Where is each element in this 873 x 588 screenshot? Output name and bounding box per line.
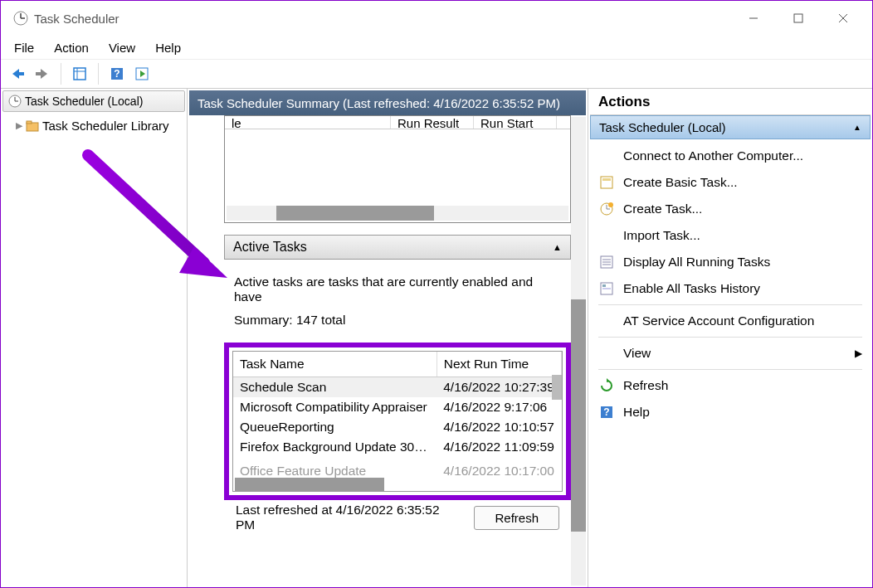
summary-footer: Last refreshed at 4/16/2022 6:35:52 PM R… xyxy=(224,500,571,535)
blank-icon xyxy=(598,313,615,329)
table-scrollbar-v[interactable] xyxy=(552,375,562,400)
action-display-running[interactable]: Display All Running Tasks xyxy=(590,249,871,275)
refresh-icon xyxy=(598,377,615,394)
cell-next: 4/16/2022 10:10:57 xyxy=(436,417,561,437)
wizard-icon xyxy=(598,174,615,191)
svg-text:?: ? xyxy=(603,406,609,418)
nav-back-button[interactable] xyxy=(6,62,29,85)
menubar: File Action View Help xyxy=(1,36,872,59)
hscroll-track[interactable] xyxy=(227,206,568,221)
active-tasks-header[interactable]: Active Tasks ▲ xyxy=(224,235,571,260)
table-row[interactable]: Microsoft Compatibility Appraiser4/16/20… xyxy=(233,397,562,417)
blank-icon xyxy=(598,345,615,362)
menu-help[interactable]: Help xyxy=(147,38,189,57)
chevron-right-icon: ▶ xyxy=(16,120,22,131)
refresh-button[interactable]: Refresh xyxy=(474,506,559,530)
properties-button[interactable] xyxy=(68,62,91,85)
separator xyxy=(598,337,862,338)
actions-list: Connect to Another Computer... Create Ba… xyxy=(590,139,871,429)
history-icon xyxy=(598,280,615,297)
action-refresh[interactable]: Refresh xyxy=(590,372,871,399)
tree-item-library[interactable]: ▶ Task Scheduler Library xyxy=(6,117,182,134)
minimize-button[interactable] xyxy=(731,1,776,36)
menu-view[interactable]: View xyxy=(100,38,144,57)
action-help[interactable]: ? Help xyxy=(590,399,871,425)
active-tasks-summary: Summary: 147 total xyxy=(224,313,571,343)
last-refreshed-label: Last refreshed at 4/16/2022 6:35:52 PM xyxy=(236,503,457,532)
svg-rect-11 xyxy=(74,68,85,80)
collapse-icon: ▲ xyxy=(853,123,861,132)
svg-rect-4 xyxy=(794,14,802,22)
separator xyxy=(598,369,862,370)
action-connect[interactable]: Connect to Another Computer... xyxy=(590,143,871,169)
table-scrollbar-h[interactable] xyxy=(235,478,384,491)
action-label: Create Basic Task... xyxy=(623,175,738,190)
tree-root[interactable]: Task Scheduler (Local) xyxy=(2,90,185,112)
titlebar: Task Scheduler xyxy=(1,1,872,36)
action-label: Display All Running Tasks xyxy=(623,255,770,270)
summary-scroll-thumb[interactable] xyxy=(571,299,586,532)
svg-rect-37 xyxy=(602,288,611,289)
col-run-result: Run Result xyxy=(391,116,474,129)
maximize-button[interactable] xyxy=(776,1,821,36)
action-create-task[interactable]: Create Task... xyxy=(590,196,871,222)
toolbar-separator xyxy=(98,63,99,85)
list-icon xyxy=(598,254,615,270)
toolbar: ? xyxy=(1,59,872,89)
tree-pane: Task Scheduler (Local) ▶ Task Scheduler … xyxy=(1,89,188,587)
tree-root-label: Task Scheduler (Local) xyxy=(25,95,143,108)
cell-next: 4/16/2022 11:09:59 xyxy=(436,437,561,457)
blank-icon xyxy=(598,227,615,244)
active-tasks-table[interactable]: Task Name Next Run Time Schedule Scan4/1… xyxy=(232,351,563,492)
task-status-table[interactable]: le Run Result Run Start xyxy=(224,115,571,223)
nav-forward-button[interactable] xyxy=(31,62,54,85)
summary-scrollbar-v[interactable] xyxy=(571,117,586,586)
table-row[interactable]: Firefox Background Update 308046...4/16/… xyxy=(233,437,562,457)
submenu-icon: ▶ xyxy=(855,347,862,359)
menu-action[interactable]: Action xyxy=(46,38,97,57)
col-run-start: Run Start xyxy=(474,116,557,129)
app-icon xyxy=(12,10,29,27)
col-next-run[interactable]: Next Run Time xyxy=(436,352,561,377)
task-scheduler-window: Task Scheduler File Action View Help ? T… xyxy=(0,0,873,588)
toolbar-separator xyxy=(61,63,61,85)
menu-file[interactable]: File xyxy=(6,38,42,57)
svg-rect-22 xyxy=(27,121,32,124)
window-title: Task Scheduler xyxy=(34,12,119,26)
active-tasks-table-highlight: Task Name Next Run Time Schedule Scan4/1… xyxy=(224,343,571,500)
svg-point-30 xyxy=(608,202,613,207)
cell-name: Firefox Background Update 308046... xyxy=(233,437,436,457)
svg-text:?: ? xyxy=(114,68,119,80)
action-view[interactable]: View ▶ xyxy=(590,340,871,367)
table-row[interactable]: Schedule Scan4/16/2022 10:27:39 xyxy=(233,377,562,398)
collapse-icon: ▲ xyxy=(553,242,562,252)
run-button[interactable] xyxy=(130,62,154,85)
close-button[interactable] xyxy=(821,1,866,36)
summary-header: Task Scheduler Summary (Last refreshed: … xyxy=(189,90,586,115)
table-row[interactable]: QueueReporting4/16/2022 10:10:57 xyxy=(233,417,562,437)
cell-name: Microsoft Compatibility Appraiser xyxy=(233,397,436,417)
svg-rect-36 xyxy=(602,284,606,287)
action-label: AT Service Account Configuration xyxy=(623,313,814,328)
help-icon: ? xyxy=(598,404,615,420)
clock-new-icon xyxy=(598,201,615,217)
center-pane: Task Scheduler Summary (Last refreshed: … xyxy=(188,89,588,587)
actions-section-header[interactable]: Task Scheduler (Local) ▲ xyxy=(590,115,871,139)
help-button[interactable]: ? xyxy=(105,62,129,85)
active-tasks-label: Active Tasks xyxy=(233,240,307,255)
col-task-name[interactable]: Task Name xyxy=(233,352,436,377)
summary-header-label: Task Scheduler Summary (Last refreshed: … xyxy=(198,96,560,110)
actions-pane: Actions Task Scheduler (Local) ▲ Connect… xyxy=(588,89,872,587)
svg-rect-8 xyxy=(17,72,24,75)
action-label: View xyxy=(623,346,651,361)
hscroll-thumb[interactable] xyxy=(276,206,434,221)
action-at-service[interactable]: AT Service Account Configuration xyxy=(590,308,871,334)
action-enable-history[interactable]: Enable All Tasks History xyxy=(590,275,871,302)
action-label: Create Task... xyxy=(623,202,702,216)
active-tasks-desc: Active tasks are tasks that are currentl… xyxy=(224,271,571,313)
action-create-basic-task[interactable]: Create Basic Task... xyxy=(590,169,871,196)
cell-next: 4/16/2022 9:17:06 xyxy=(436,397,561,417)
actions-section-label: Task Scheduler (Local) xyxy=(599,120,726,134)
action-import-task[interactable]: Import Task... xyxy=(590,222,871,249)
svg-marker-17 xyxy=(140,70,145,77)
